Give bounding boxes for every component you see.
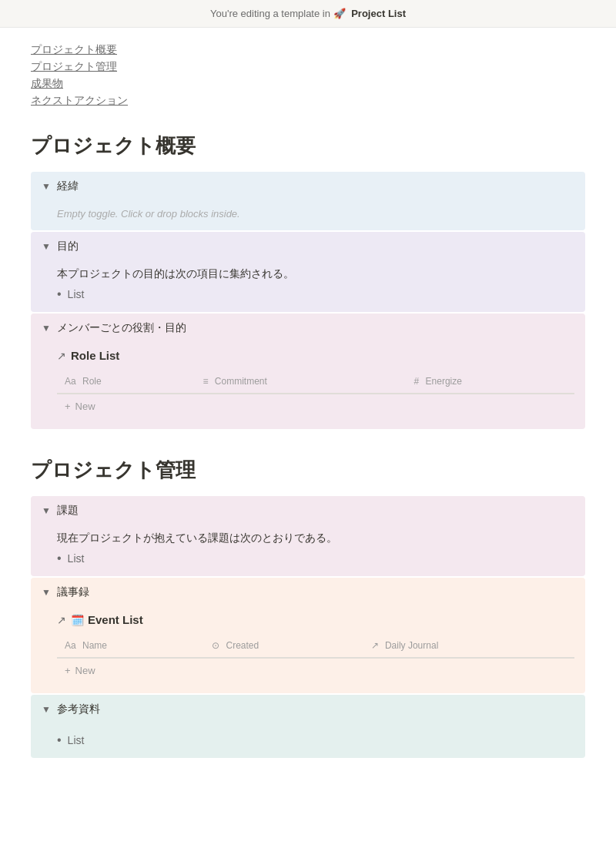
- mokuteki-list-label: List: [68, 288, 85, 300]
- section-title-management: プロジェクト管理: [31, 457, 585, 484]
- toggle-role-members: ▼ メンバーごとの役割・目的 ↗ Role List Aa Role ≡: [31, 314, 585, 429]
- toggle-kadai-content: 現在プロジェクトが抱えている課題は次のとおりである。 • List: [31, 525, 585, 576]
- sanko-list-label: List: [68, 734, 85, 746]
- plus-icon: +: [65, 665, 71, 676]
- event-db-link-row: ↗ 🗓️ Event List: [57, 613, 574, 626]
- toggle-gijiroku: ▼ 議事録 ↗ 🗓️ Event List Aa Name ⊙: [31, 578, 585, 693]
- toggle-gijiroku-content: ↗ 🗓️ Event List Aa Name ⊙ Created: [31, 607, 585, 693]
- toc-item-overview[interactable]: プロジェクト概要: [31, 43, 585, 57]
- journal-col-icon: ↗: [371, 640, 379, 651]
- toggle-sanko-header[interactable]: ▼ 参考資料: [31, 695, 585, 724]
- db-link-icon: ↗: [57, 350, 66, 362]
- toggle-keii-header[interactable]: ▼ 経緯: [31, 172, 585, 201]
- mokuteki-text: 本プロジェクトの目的は次の項目に集約される。: [57, 267, 574, 281]
- role-db-link-row: ↗ Role List: [57, 349, 574, 362]
- toggle-mokuteki-content: 本プロジェクトの目的は次の項目に集約される。 • List: [31, 261, 585, 312]
- toggle-role-content: ↗ Role List Aa Role ≡ Commitment: [31, 343, 585, 429]
- toggle-sanko: ▼ 参考資料 • List: [31, 695, 585, 758]
- role-col-icon: Aa: [65, 376, 76, 387]
- role-new-row[interactable]: + New: [57, 394, 574, 418]
- toggle-arrow-icon: ▼: [42, 587, 51, 598]
- toggle-role-label: メンバーごとの役割・目的: [57, 321, 186, 335]
- toggle-kadai: ▼ 課題 現在プロジェクトが抱えている課題は次のとおりである。 • List: [31, 496, 585, 576]
- toggle-mokuteki-label: 目的: [57, 240, 79, 253]
- project-link[interactable]: Project List: [351, 8, 406, 19]
- role-db-title[interactable]: Role List: [71, 349, 119, 362]
- toggle-keii-label: 経緯: [57, 179, 79, 193]
- mokuteki-list-item: • List: [57, 287, 574, 301]
- event-new-row[interactable]: + New: [57, 658, 574, 682]
- created-col-icon: ⊙: [212, 640, 219, 651]
- event-db-title[interactable]: Event List: [88, 613, 143, 626]
- event-col-name: Aa Name: [57, 634, 204, 658]
- event-col-created: ⊙ Created: [204, 634, 363, 658]
- plus-icon: +: [65, 401, 71, 412]
- toggle-sanko-content: • List: [31, 724, 585, 758]
- role-new-label: New: [75, 401, 95, 412]
- toggle-keii: ▼ 経緯 Empty toggle. Click or drop blocks …: [31, 172, 585, 230]
- role-table-header-row: Aa Role ≡ Commitment # Energize: [57, 370, 574, 394]
- toggle-arrow-icon: ▼: [42, 704, 51, 715]
- role-col-commitment: ≡ Commitment: [196, 370, 407, 394]
- rocket-icon: 🚀: [333, 8, 346, 19]
- toggle-arrow-icon: ▼: [42, 181, 51, 192]
- toggle-kadai-label: 課題: [57, 504, 79, 518]
- toggle-arrow-icon: ▼: [42, 323, 51, 334]
- event-db-emoji: 🗓️: [71, 614, 84, 626]
- bullet-icon: •: [57, 733, 62, 747]
- role-col-role: Aa Role: [57, 370, 196, 394]
- bullet-icon: •: [57, 552, 62, 565]
- banner-text: You're editing a template in: [210, 8, 330, 19]
- toggle-role-header[interactable]: ▼ メンバーごとの役割・目的: [31, 314, 585, 343]
- role-table: Aa Role ≡ Commitment # Energize: [57, 370, 574, 394]
- event-new-label: New: [75, 665, 95, 676]
- event-col-journal: ↗ Daily Journal: [363, 634, 574, 658]
- event-table: Aa Name ⊙ Created ↗ Daily Journal: [57, 634, 574, 658]
- toggle-gijiroku-header[interactable]: ▼ 議事録: [31, 578, 585, 607]
- toc: プロジェクト概要 プロジェクト管理 成果物 ネクストアクション: [31, 43, 585, 108]
- toggle-arrow-icon: ▼: [42, 505, 51, 516]
- toc-item-management[interactable]: プロジェクト管理: [31, 60, 585, 74]
- commitment-col-icon: ≡: [203, 376, 209, 387]
- top-banner: You're editing a template in 🚀 Project L…: [0, 0, 616, 28]
- toggle-kadai-header[interactable]: ▼ 課題: [31, 496, 585, 525]
- name-col-icon: Aa: [65, 640, 76, 651]
- toggle-sanko-label: 参考資料: [57, 702, 100, 716]
- empty-hint: Empty toggle. Click or drop blocks insid…: [57, 208, 240, 220]
- event-table-header-row: Aa Name ⊙ Created ↗ Daily Journal: [57, 634, 574, 658]
- bullet-icon: •: [57, 287, 62, 301]
- toggle-keii-content: Empty toggle. Click or drop blocks insid…: [31, 201, 585, 230]
- toc-item-deliverables[interactable]: 成果物: [31, 77, 585, 91]
- toggle-gijiroku-label: 議事録: [57, 585, 89, 599]
- kadai-text: 現在プロジェクトが抱えている課題は次のとおりである。: [57, 531, 574, 545]
- toggle-arrow-icon: ▼: [42, 241, 51, 252]
- toggle-mokuteki-header[interactable]: ▼ 目的: [31, 232, 585, 261]
- toggle-mokuteki: ▼ 目的 本プロジェクトの目的は次の項目に集約される。 • List: [31, 232, 585, 312]
- section-title-overview: プロジェクト概要: [31, 132, 585, 159]
- energize-col-icon: #: [414, 376, 420, 387]
- role-col-energize: # Energize: [407, 370, 574, 394]
- db-event-link-icon: ↗: [57, 614, 66, 626]
- kadai-list-label: List: [68, 552, 85, 565]
- sanko-list-item: • List: [57, 733, 574, 747]
- kadai-list-item: • List: [57, 552, 574, 565]
- toc-item-next-action[interactable]: ネクストアクション: [31, 94, 585, 108]
